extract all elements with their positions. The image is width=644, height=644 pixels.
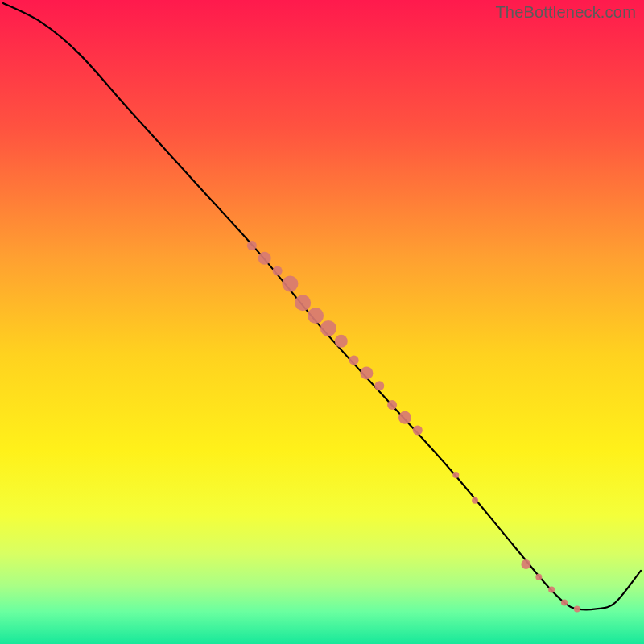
marker-point — [247, 241, 257, 250]
marker-point — [320, 320, 336, 336]
marker-point — [308, 308, 324, 324]
marker-point — [452, 472, 459, 478]
chart-svg — [0, 0, 644, 644]
marker-point — [295, 295, 311, 311]
chart-stage: TheBottleneck.com — [0, 0, 644, 644]
marker-point — [472, 497, 478, 504]
marker-point — [548, 587, 555, 593]
marker-point — [374, 381, 384, 390]
marker-point — [387, 400, 397, 410]
watermark-label: TheBottleneck.com — [495, 3, 636, 22]
marker-point — [413, 426, 423, 436]
marker-point — [335, 335, 348, 348]
marker-point — [521, 559, 530, 569]
marker-point — [561, 600, 568, 606]
marker-point — [282, 276, 298, 292]
marker-point — [360, 366, 373, 379]
marker-point — [349, 356, 359, 365]
marker-point — [535, 574, 542, 580]
marker-point — [258, 252, 271, 265]
marker-point — [574, 605, 580, 612]
marker-point — [273, 266, 283, 276]
marker-point — [398, 411, 411, 424]
chart-background — [0, 0, 644, 644]
